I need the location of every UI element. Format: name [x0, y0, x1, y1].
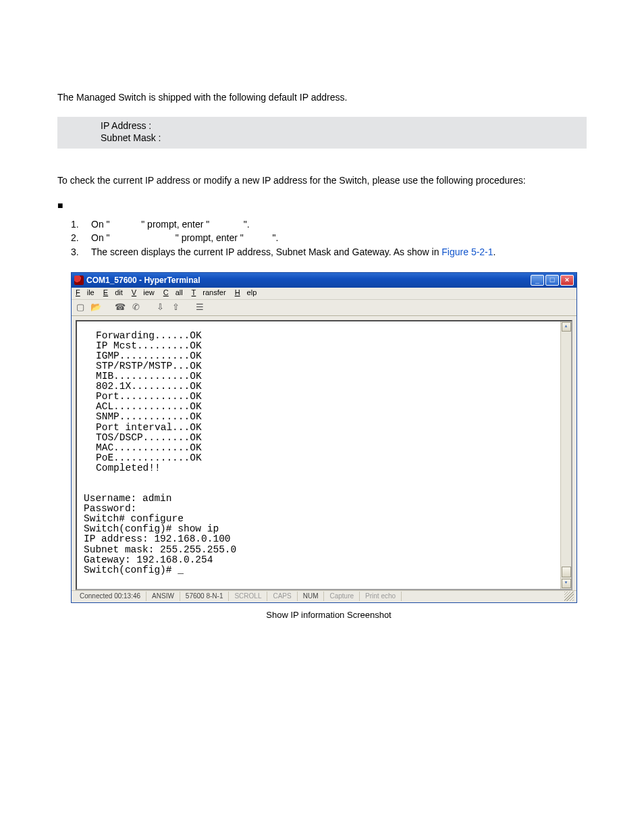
- step-number: 3.: [71, 245, 91, 259]
- bullet-show-ip: ■: [57, 200, 587, 211]
- window-title: COM1_57600 - HyperTerminal: [86, 276, 200, 285]
- status-line: 57600 8-N-1: [180, 592, 230, 601]
- minimize-button[interactable]: _: [531, 275, 544, 286]
- connect-icon[interactable]: ☎: [115, 302, 126, 313]
- menu-file[interactable]: File: [76, 288, 95, 296]
- new-icon[interactable]: ▢: [75, 302, 86, 313]
- step-number: 1.: [71, 217, 91, 231]
- info-ip-label: IP Address :: [101, 120, 581, 132]
- scroll-up-icon[interactable]: ▴: [562, 322, 571, 332]
- default-ip-box: IP Address : Subnet Mask :: [57, 117, 587, 149]
- menubar[interactable]: File Edit View Call Transfer Help: [72, 288, 576, 300]
- figure-ref-link[interactable]: Figure 5-2-1: [441, 246, 493, 257]
- info-mask-label: Subnet Mask :: [101, 132, 581, 145]
- intro-paragraph: The Managed Switch is shipped with the f…: [57, 91, 587, 105]
- toolbar: ▢ 📂 ☎ ✆ ⇩ ⇧ ☰: [72, 300, 576, 316]
- properties-icon[interactable]: ☰: [194, 302, 205, 313]
- menu-view[interactable]: View: [132, 288, 155, 296]
- menu-edit[interactable]: Edit: [103, 288, 123, 296]
- scroll-thumb[interactable]: [562, 567, 571, 577]
- status-connected: Connected 00:13:46: [74, 592, 146, 601]
- menu-transfer[interactable]: Transfer: [192, 288, 226, 296]
- disconnect-icon[interactable]: ✆: [130, 302, 141, 313]
- step-2: 2. On " " prompt, enter " ".: [57, 231, 587, 244]
- status-capture: Capture: [324, 592, 360, 601]
- status-emulation: ANSIW: [146, 592, 180, 601]
- open-icon[interactable]: 📂: [90, 302, 101, 313]
- close-button[interactable]: ×: [560, 275, 574, 286]
- menu-call[interactable]: Call: [163, 288, 183, 296]
- status-echo: Print echo: [360, 592, 402, 601]
- menu-help[interactable]: Help: [235, 288, 257, 296]
- step-number: 2.: [71, 231, 91, 244]
- step-1: 1. On " " prompt, enter " ".: [57, 217, 587, 231]
- maximize-button[interactable]: □: [545, 275, 559, 286]
- status-num: NUM: [298, 592, 325, 601]
- status-scroll: SCROLL: [229, 592, 267, 601]
- procedure-lead: To check the current IP address or modif…: [57, 174, 587, 188]
- terminal-output: Forwarding......OK IP Mcst.........OK IG…: [76, 320, 572, 590]
- titlebar: COM1_57600 - HyperTerminal _ □ ×: [72, 273, 576, 288]
- statusbar: Connected 00:13:46 ANSIW 57600 8-N-1 SCR…: [72, 590, 576, 602]
- resize-grip-icon[interactable]: [564, 592, 574, 601]
- scroll-down-icon[interactable]: ▾: [562, 579, 571, 588]
- procedure-list: 1. On " " prompt, enter " ". 2. On " " p…: [57, 217, 587, 259]
- figure-5-2-1: COM1_57600 - HyperTerminal _ □ × File Ed…: [71, 272, 587, 620]
- hyperterminal-window: COM1_57600 - HyperTerminal _ □ × File Ed…: [71, 272, 577, 603]
- receive-icon[interactable]: ⇧: [170, 302, 181, 313]
- app-icon: [74, 276, 84, 285]
- send-icon[interactable]: ⇩: [155, 302, 165, 313]
- step-3: 3. The screen displays the current IP ad…: [57, 245, 587, 259]
- figure-caption: Show IP information Screenshot: [71, 610, 587, 620]
- vertical-scrollbar[interactable]: ▴ ▾: [560, 321, 571, 589]
- status-caps: CAPS: [267, 592, 297, 601]
